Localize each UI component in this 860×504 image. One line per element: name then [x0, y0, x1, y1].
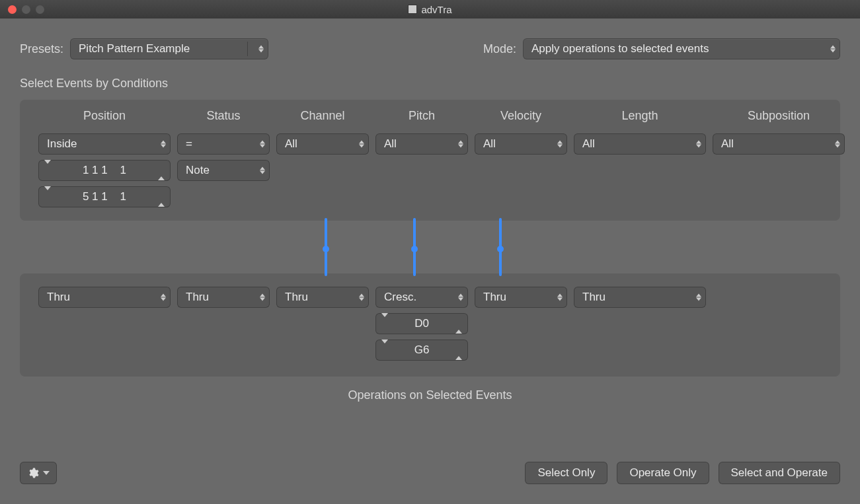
window-title: advTra: [0, 4, 860, 15]
updown-icon: [557, 294, 563, 301]
position-value2-stepper[interactable]: 5 1 1 1: [38, 186, 171, 207]
updown-icon: [359, 141, 364, 148]
subposition-op-dropdown[interactable]: All: [713, 133, 845, 155]
op-channel-dropdown[interactable]: Thru: [276, 287, 369, 308]
updown-icon: [359, 294, 364, 301]
position-op-dropdown[interactable]: Inside: [38, 133, 171, 155]
op-pitch-value1-stepper[interactable]: D0: [375, 313, 468, 334]
chevron-down-icon[interactable]: [381, 343, 388, 357]
op-pitch-dropdown[interactable]: Cresc.: [375, 287, 468, 308]
connector-pitch[interactable]: [413, 218, 416, 276]
velocity-op-dropdown[interactable]: All: [475, 133, 567, 155]
updown-icon: [458, 141, 463, 148]
col-status: Status: [177, 109, 270, 123]
mode-value: Apply operations to selected events: [531, 42, 709, 55]
updown-icon: [835, 141, 840, 148]
operations-panel: Thru Thru Thru: [20, 273, 840, 377]
op-velocity-dropdown[interactable]: Thru: [475, 287, 567, 308]
connectors: [20, 221, 840, 273]
app-icon: [408, 5, 417, 14]
updown-icon: [458, 294, 463, 301]
top-row: Presets: Pitch Pattern Example Mode: App…: [20, 38, 840, 59]
connector-velocity[interactable]: [499, 218, 502, 276]
col-subposition: Subposition: [713, 109, 845, 123]
operations-caption: Operations on Selected Events: [20, 388, 840, 402]
chevron-up-icon[interactable]: [455, 317, 462, 330]
footer: Select Only Operate Only Select and Oper…: [20, 462, 840, 484]
chevron-up-icon[interactable]: [158, 164, 165, 177]
gear-icon: [27, 467, 39, 479]
select-only-button[interactable]: Select Only: [525, 462, 607, 484]
presets-value: Pitch Pattern Example: [79, 42, 190, 55]
mode-dropdown[interactable]: Apply operations to selected events: [523, 38, 840, 59]
length-op-dropdown[interactable]: All: [574, 133, 706, 155]
pitch-op-dropdown[interactable]: All: [375, 133, 468, 155]
status-op-dropdown[interactable]: =: [177, 133, 270, 155]
updown-icon: [260, 294, 265, 301]
chevron-down-icon[interactable]: [381, 317, 388, 330]
gear-menu-button[interactable]: [20, 462, 57, 484]
conditions-title: Select Events by Conditions: [20, 77, 840, 90]
op-position-dropdown[interactable]: Thru: [38, 287, 171, 308]
updown-icon: [557, 141, 563, 148]
position-value1-stepper[interactable]: 1 1 1 1: [38, 160, 171, 181]
connector-channel[interactable]: [325, 218, 327, 276]
updown-icon: [696, 294, 701, 301]
titlebar: advTra: [0, 0, 860, 18]
chevron-down-icon: [43, 471, 50, 475]
op-pitch-value2-stepper[interactable]: G6: [375, 340, 468, 361]
select-and-operate-button[interactable]: Select and Operate: [719, 462, 840, 484]
updown-icon: [260, 141, 265, 148]
window: advTra Presets: Pitch Pattern Example Mo…: [0, 0, 860, 504]
updown-icon: [258, 46, 264, 53]
content: Presets: Pitch Pattern Example Mode: App…: [0, 18, 860, 402]
chevron-up-icon[interactable]: [455, 343, 462, 357]
presets-dropdown[interactable]: Pitch Pattern Example: [70, 38, 268, 59]
op-status-dropdown[interactable]: Thru: [177, 287, 270, 308]
col-position: Position: [38, 109, 171, 123]
mode-label: Mode:: [483, 42, 516, 56]
window-title-text: advTra: [421, 4, 451, 15]
col-length: Length: [574, 109, 706, 123]
updown-icon: [830, 46, 836, 53]
chevron-down-icon[interactable]: [44, 190, 51, 203]
col-velocity: Velocity: [475, 109, 567, 123]
updown-icon: [260, 167, 265, 174]
conditions-panel: Position Inside 1 1 1 1 5 1 1 1: [20, 100, 840, 221]
chevron-up-icon[interactable]: [158, 190, 165, 203]
updown-icon: [161, 294, 166, 301]
updown-icon: [161, 141, 166, 148]
operate-only-button[interactable]: Operate Only: [617, 462, 709, 484]
status-type-dropdown[interactable]: Note: [177, 160, 270, 181]
updown-icon: [696, 141, 701, 148]
chevron-down-icon[interactable]: [44, 164, 51, 177]
col-channel: Channel: [276, 109, 369, 123]
presets-label: Presets:: [20, 42, 63, 56]
op-length-dropdown[interactable]: Thru: [574, 287, 706, 308]
channel-op-dropdown[interactable]: All: [276, 133, 369, 155]
col-pitch: Pitch: [375, 109, 468, 123]
